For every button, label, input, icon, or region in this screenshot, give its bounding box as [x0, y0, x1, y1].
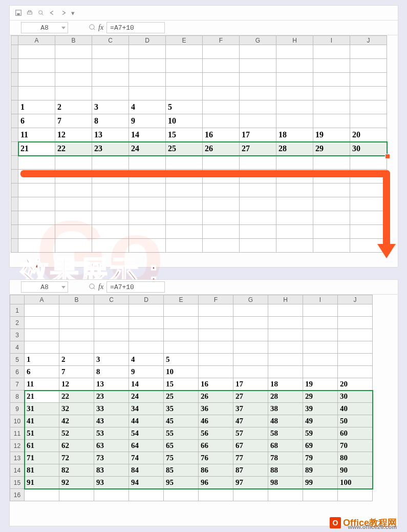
cell[interactable]: 14 [129, 128, 166, 142]
cell[interactable] [203, 225, 240, 239]
cell[interactable]: 27 [233, 391, 268, 403]
cell[interactable] [18, 239, 55, 253]
cell[interactable]: 36 [199, 403, 233, 415]
cell[interactable] [203, 73, 240, 87]
cell[interactable]: 2 [55, 100, 92, 114]
row-head[interactable]: 8 [10, 391, 25, 403]
cell[interactable]: 16 [203, 128, 240, 142]
cell[interactable]: 37 [233, 403, 268, 415]
cell[interactable] [129, 73, 166, 87]
cell[interactable] [59, 489, 94, 501]
cell[interactable] [18, 45, 55, 59]
save-icon[interactable] [15, 9, 22, 16]
cell[interactable] [203, 45, 240, 59]
cell[interactable]: 87 [233, 464, 268, 477]
name-box[interactable]: A8 [21, 22, 68, 33]
cell[interactable] [94, 489, 129, 501]
cell[interactable] [25, 317, 59, 329]
cell[interactable] [268, 304, 303, 317]
col-head[interactable]: C [94, 295, 129, 304]
cell[interactable] [55, 156, 92, 170]
cell[interactable]: 5 [164, 354, 199, 366]
col-head[interactable]: I [313, 36, 350, 45]
cell[interactable] [350, 225, 387, 239]
col-head[interactable]: B [59, 295, 94, 304]
cell[interactable]: 1 [18, 100, 55, 114]
cell[interactable]: 10 [166, 114, 203, 128]
row-head[interactable]: 2 [10, 317, 25, 329]
cell[interactable]: 89 [303, 464, 338, 477]
cell[interactable] [303, 317, 338, 329]
cell[interactable]: 75 [164, 452, 199, 464]
cell[interactable] [313, 100, 350, 114]
cell[interactable] [129, 489, 164, 501]
cell[interactable]: 8 [92, 114, 129, 128]
cell[interactable] [338, 317, 373, 329]
cell[interactable]: 21 [18, 142, 55, 156]
cell[interactable] [240, 45, 276, 59]
cell[interactable]: 41 [25, 415, 59, 427]
col-head[interactable]: A [18, 36, 55, 45]
cell[interactable]: 64 [129, 440, 164, 452]
cell[interactable] [338, 366, 373, 378]
cell[interactable]: 43 [94, 415, 129, 427]
cell[interactable] [338, 354, 373, 366]
cell[interactable]: 77 [233, 452, 268, 464]
cell[interactable] [233, 366, 268, 378]
col-head[interactable]: E [164, 295, 199, 304]
cell[interactable] [350, 183, 387, 197]
cell[interactable] [164, 317, 199, 329]
cell[interactable]: 48 [268, 415, 303, 427]
cell[interactable]: 66 [199, 440, 233, 452]
col-head[interactable]: D [129, 295, 164, 304]
cell[interactable]: 14 [129, 378, 164, 391]
cell[interactable] [350, 156, 387, 170]
cell[interactable]: 4 [129, 354, 164, 366]
cell[interactable] [240, 225, 276, 239]
cell[interactable]: 13 [94, 378, 129, 391]
row-head[interactable]: 3 [10, 329, 25, 341]
cell[interactable] [268, 366, 303, 378]
cell[interactable] [268, 341, 303, 354]
cell[interactable] [338, 341, 373, 354]
col-head[interactable]: C [92, 36, 129, 45]
cell[interactable] [25, 304, 59, 317]
row-head[interactable]: 9 [10, 403, 25, 415]
cell[interactable] [129, 211, 166, 225]
cell[interactable] [240, 73, 276, 87]
cell[interactable]: 19 [313, 128, 350, 142]
cell[interactable] [166, 45, 203, 59]
cell[interactable]: 32 [59, 403, 94, 415]
cell[interactable] [18, 87, 55, 100]
cell[interactable]: 88 [268, 464, 303, 477]
cell[interactable] [129, 304, 164, 317]
bottom-grid[interactable]: ABCDEFGHIJ123451234566789107111213141516… [10, 295, 398, 501]
cell[interactable] [18, 211, 55, 225]
col-head[interactable]: H [268, 295, 303, 304]
col-head[interactable]: F [199, 295, 233, 304]
cell[interactable]: 28 [276, 142, 313, 156]
row-head[interactable]: 1 [10, 304, 25, 317]
cell[interactable]: 39 [303, 403, 338, 415]
cell[interactable]: 82 [59, 464, 94, 477]
cell[interactable] [303, 341, 338, 354]
cell[interactable] [203, 239, 240, 253]
cell[interactable] [92, 211, 129, 225]
cell[interactable] [203, 211, 240, 225]
cell[interactable]: 10 [164, 366, 199, 378]
cell[interactable]: 27 [240, 142, 276, 156]
cell[interactable] [240, 87, 276, 100]
cell[interactable] [313, 225, 350, 239]
cell[interactable] [240, 59, 276, 73]
cell[interactable] [240, 114, 276, 128]
cell[interactable] [92, 59, 129, 73]
cell[interactable]: 21 [25, 391, 59, 403]
cell[interactable] [276, 197, 313, 211]
cell[interactable]: 30 [338, 391, 373, 403]
cell[interactable] [166, 211, 203, 225]
cell[interactable]: 35 [164, 403, 199, 415]
cell[interactable]: 20 [350, 128, 387, 142]
cell[interactable] [276, 59, 313, 73]
cell[interactable] [350, 100, 387, 114]
cell[interactable]: 96 [199, 477, 233, 489]
